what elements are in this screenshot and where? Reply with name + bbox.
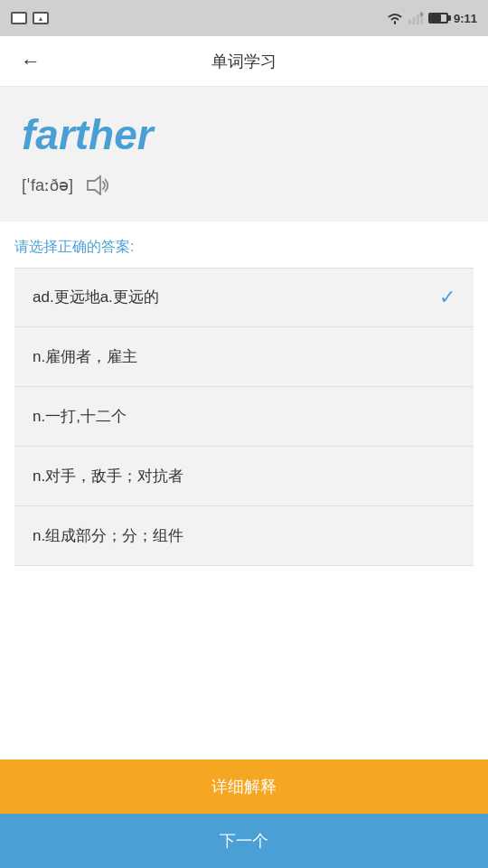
- status-icon-2: [33, 12, 49, 24]
- status-bar: 9:11: [0, 0, 488, 36]
- next-label: 下一个: [220, 830, 268, 852]
- status-left-icons: [11, 12, 49, 24]
- svg-marker-6: [88, 176, 100, 194]
- svg-rect-0: [408, 20, 411, 24]
- status-time: 9:11: [454, 12, 477, 25]
- option-item-2[interactable]: n.一打,十二个: [14, 387, 474, 447]
- status-right-icons: 9:11: [387, 12, 477, 25]
- option-text-0: ad.更远地a.更远的: [33, 287, 159, 307]
- word-card: farther [ˈfaːðə]: [0, 87, 488, 222]
- svg-rect-1: [412, 17, 415, 24]
- word-display: farther: [22, 112, 466, 158]
- phonetic-text: [ˈfaːðə]: [22, 175, 73, 195]
- status-icon-1: [11, 12, 27, 24]
- option-item-3[interactable]: n.对手，敌手；对抗者: [14, 447, 474, 506]
- option-text-3: n.对手，敌手；对抗者: [33, 466, 183, 486]
- check-icon-0: ✓: [439, 286, 455, 309]
- back-arrow-icon: ←: [21, 50, 41, 73]
- bottom-bar: 详细解释 下一个: [0, 760, 488, 868]
- options-list: ad.更远地a.更远的 ✓ n.雇佣者，雇主 n.一打,十二个 n.对手，敌手；…: [14, 268, 474, 566]
- option-item-0[interactable]: ad.更远地a.更远的 ✓: [14, 268, 474, 327]
- battery-icon: [428, 13, 448, 24]
- signal-icon: [408, 12, 423, 24]
- back-button[interactable]: ←: [14, 45, 47, 78]
- option-text-4: n.组成部分；分；组件: [33, 525, 183, 546]
- question-label: 请选择正确的答案:: [14, 238, 474, 257]
- detail-button[interactable]: 详细解释: [0, 760, 488, 814]
- option-text-1: n.雇佣者，雇主: [33, 346, 137, 367]
- question-area: 请选择正确的答案: ad.更远地a.更远的 ✓ n.雇佣者，雇主 n.一打,十二…: [0, 222, 488, 573]
- svg-rect-2: [417, 14, 419, 24]
- next-button[interactable]: 下一个: [0, 814, 488, 868]
- option-text-2: n.一打,十二个: [33, 406, 127, 427]
- option-item-1[interactable]: n.雇佣者，雇主: [14, 327, 474, 387]
- app-header: ← 单词学习: [0, 36, 488, 87]
- phonetic-row: [ˈfaːðə]: [22, 171, 466, 200]
- speaker-icon: [86, 175, 111, 195]
- detail-label: 详细解释: [211, 776, 277, 797]
- option-item-4[interactable]: n.组成部分；分；组件: [14, 506, 474, 566]
- sound-button[interactable]: [84, 171, 113, 200]
- page-title: 单词学习: [211, 51, 277, 72]
- wifi-icon: [387, 12, 403, 24]
